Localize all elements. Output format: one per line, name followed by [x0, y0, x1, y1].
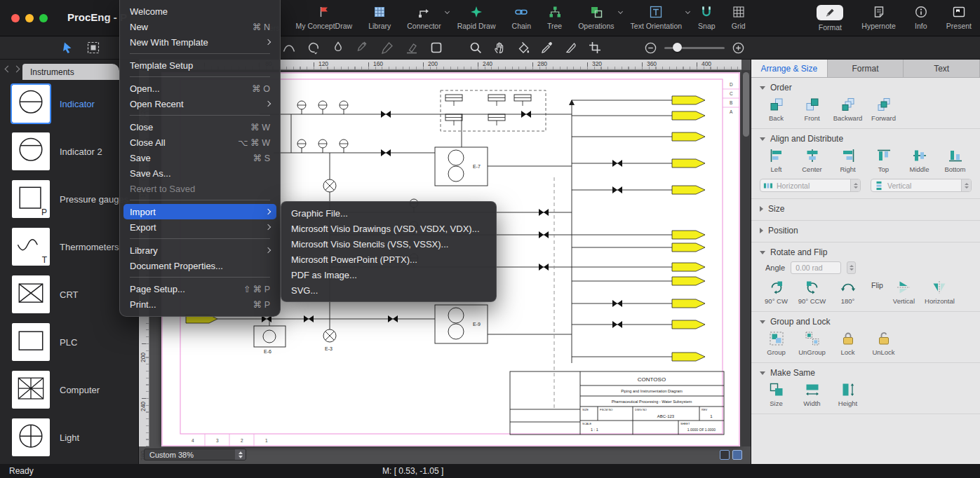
toolbar-item-present[interactable]: Present: [946, 5, 972, 32]
menu-item-close-all[interactable]: Close All⌥ ⌘ W: [123, 135, 276, 150]
panel-button-forward[interactable]: Forward: [867, 97, 900, 122]
library-item-pressure-gauges[interactable]: PPressure gauges: [0, 175, 138, 223]
panel-button-left[interactable]: Left: [760, 148, 793, 173]
section-align-header[interactable]: Align and Distribute: [760, 134, 972, 144]
frame-tool[interactable]: [429, 41, 443, 55]
crop-tool[interactable]: [588, 41, 602, 55]
panel-button-bottom[interactable]: Bottom: [939, 148, 972, 173]
zoom-window-button[interactable]: [39, 14, 48, 22]
library-item-plc[interactable]: PLC: [0, 318, 138, 366]
back-chevron-icon[interactable]: [5, 66, 12, 73]
toolbar-item-chain[interactable]: Chain: [512, 5, 531, 30]
library-tab-instruments[interactable]: Instruments: [22, 64, 119, 80]
shapepicker-tool[interactable]: [86, 41, 100, 55]
menu-item-open[interactable]: Open...⌘ O: [123, 81, 276, 96]
menu-item-svg[interactable]: SVG...: [285, 282, 492, 298]
toolbar-item-snap[interactable]: Snap: [698, 5, 716, 30]
tab-format[interactable]: Format: [828, 60, 904, 77]
panel-button-size[interactable]: Size: [760, 382, 793, 407]
menu-item-microsoft-visio-drawings-vsd-vsdx-vdx[interactable]: Microsoft Visio Drawings (VSD, VSDX, VDX…: [285, 221, 492, 236]
menu-item-close[interactable]: Close⌘ W: [123, 119, 276, 135]
library-item-crt[interactable]: CRT: [0, 271, 138, 318]
ink-tool[interactable]: [331, 41, 345, 55]
forward-chevron-icon[interactable]: [13, 66, 20, 73]
menu-item-save-as[interactable]: Save As...: [123, 165, 276, 181]
panel-button-right[interactable]: Right: [831, 148, 864, 173]
search-tool[interactable]: [469, 41, 483, 55]
zoom-slider-knob[interactable]: [673, 43, 682, 52]
section-same-header[interactable]: Make Same: [760, 368, 972, 378]
menu-item-template-setup[interactable]: Template Setup: [123, 57, 276, 73]
menu-item-save[interactable]: Save⌘ S: [123, 150, 276, 165]
panel-button-backward[interactable]: Backward: [831, 97, 864, 122]
zoom-slider[interactable]: [664, 41, 725, 55]
menu-item-print[interactable]: Print...⌘ P: [123, 296, 276, 312]
minimize-window-button[interactable]: [25, 14, 34, 22]
cursor-tool[interactable]: [60, 41, 74, 55]
panel-button-back[interactable]: Back: [760, 97, 793, 122]
toolbar-item-tree[interactable]: Tree: [547, 5, 562, 30]
menu-item-export[interactable]: Export: [123, 219, 276, 235]
pen-tool[interactable]: [356, 41, 370, 55]
menu-item-library[interactable]: Library: [123, 243, 276, 258]
panel-button-middle[interactable]: Middle: [903, 148, 936, 173]
vertical-scrollbar[interactable]: [741, 70, 751, 446]
close-window-button[interactable]: [11, 14, 20, 22]
toolbar-item-operations[interactable]: Operations: [578, 5, 614, 30]
knife-tool[interactable]: [564, 41, 578, 55]
panel-button-unlock[interactable]: UnLock: [867, 331, 900, 356]
menu-item-open-recent[interactable]: Open Recent: [123, 96, 276, 111]
menu-item-page-setup[interactable]: Page Setup...⇧ ⌘ P: [123, 281, 276, 296]
toolbar-item-connector[interactable]: Connector: [407, 5, 441, 30]
section-position-header[interactable]: Position: [760, 226, 972, 235]
menu-item-import[interactable]: Import: [123, 204, 276, 219]
toolbar-item-info[interactable]: Info: [914, 5, 928, 32]
section-group-header[interactable]: Group and Lock: [760, 317, 972, 327]
toolbar-item-my-conceptdraw[interactable]: My ConceptDraw: [296, 5, 353, 30]
menu-item-microsoft-visio-stencils-vss-vssx[interactable]: Microsoft Visio Stencils (VSS, VSSX)...: [285, 236, 492, 252]
lasso-tool[interactable]: [307, 41, 321, 55]
panel-button-top[interactable]: Top: [867, 148, 900, 173]
zoom-level-select[interactable]: Custom 38%: [144, 449, 246, 460]
fill-tool[interactable]: [516, 41, 530, 55]
toolbar-item-grid[interactable]: Grid: [732, 5, 746, 30]
panel-button-flip-vertical[interactable]: Vertical: [887, 280, 920, 305]
menu-item-microsoft-powerpoint-pptx[interactable]: Microsoft PowerPoint (PPTX)...: [285, 252, 492, 267]
panel-button-front[interactable]: Front: [796, 97, 828, 122]
panel-button-ungroup[interactable]: UnGroup: [796, 331, 828, 356]
fit-width-button[interactable]: [732, 450, 742, 460]
library-item-indicator-2[interactable]: Indicator 2: [0, 128, 138, 175]
menu-item-welcome[interactable]: Welcome: [123, 4, 276, 19]
menu-item-document-properties[interactable]: Document Properties...: [123, 258, 276, 273]
section-order-header[interactable]: Order: [760, 83, 972, 93]
panel-button-180[interactable]: 180°: [831, 280, 864, 305]
zoom-out-icon[interactable]: [644, 41, 657, 55]
panel-button-90-cw[interactable]: 90° CW: [760, 280, 793, 305]
hand-tool[interactable]: [492, 41, 506, 55]
zoom-level-stepper[interactable]: [235, 449, 246, 460]
section-size-header[interactable]: Size: [760, 204, 972, 214]
zoom-in-icon[interactable]: [732, 41, 745, 55]
vertical-scrollbar-thumb[interactable]: [743, 72, 749, 137]
tab-text[interactable]: Text: [904, 60, 980, 77]
toolbar-item-rapid-draw[interactable]: Rapid Draw: [457, 5, 496, 30]
menu-item-graphic-file[interactable]: Graphic File...: [285, 205, 492, 221]
fit-page-button[interactable]: [720, 450, 730, 460]
library-item-indicator[interactable]: Indicator: [0, 80, 138, 128]
curve-tool[interactable]: [282, 41, 296, 55]
menu-item-pdf-as-image[interactable]: PDF as Image...: [285, 267, 492, 282]
library-item-computer[interactable]: Computer: [0, 366, 138, 414]
library-item-light[interactable]: Light: [0, 414, 138, 461]
toolbar-item-hypernote[interactable]: Hypernote: [861, 5, 895, 32]
panel-button-group[interactable]: Group: [760, 331, 793, 356]
toolbar-item-format[interactable]: Format: [817, 5, 843, 32]
menu-item-new-with-template[interactable]: New With Template: [123, 34, 276, 50]
menu-item-new[interactable]: New⌘ N: [123, 19, 276, 34]
library-item-thermometers[interactable]: TThermometers: [0, 223, 138, 271]
dropper-tool[interactable]: [540, 41, 554, 55]
panel-button-width[interactable]: Width: [796, 382, 828, 407]
pencil-tool[interactable]: [380, 41, 394, 55]
tab-arrange-size[interactable]: Arrange & Size: [751, 60, 828, 77]
marker-tool[interactable]: [405, 41, 419, 55]
toolbar-item-library[interactable]: Library: [368, 5, 391, 30]
